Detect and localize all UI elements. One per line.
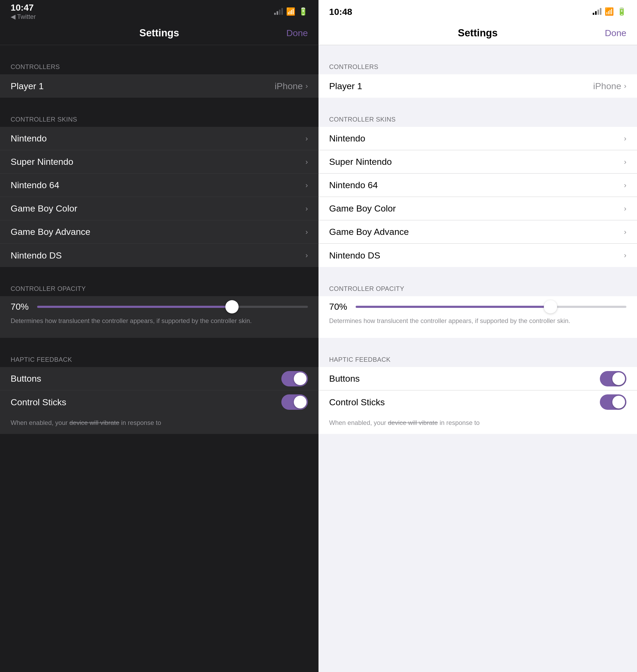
- n64-item-light[interactable]: Nintendo 64 ›: [318, 174, 637, 197]
- nds-chevron-light: ›: [624, 251, 626, 259]
- gbadvance-chevron-light: ›: [624, 228, 626, 236]
- slider-fill-light: [356, 306, 550, 308]
- sticks-label-dark: Control Sticks: [11, 397, 66, 407]
- player1-item-dark[interactable]: Player 1 iPhone ›: [0, 74, 318, 98]
- buttons-label-dark: Buttons: [11, 374, 41, 384]
- n64-chevron-dark: ›: [306, 181, 308, 189]
- status-left-light: 10:48: [329, 7, 352, 16]
- footer-text-strikethrough-light: device will vibrate: [388, 419, 438, 426]
- sticks-switch-dark[interactable]: [281, 394, 308, 410]
- status-time-light: 10:48: [329, 7, 352, 16]
- slider-row-dark: 70%: [11, 296, 308, 316]
- slider-row-light: 70%: [329, 296, 626, 316]
- sticks-toggle-dark[interactable]: Control Sticks: [0, 391, 318, 414]
- status-bar-light: 10:48 📶 🔋: [318, 0, 637, 21]
- status-right-dark: 📶 🔋: [274, 8, 308, 15]
- player1-label-dark: Player 1: [11, 81, 44, 91]
- nds-item-dark[interactable]: Nintendo DS ›: [0, 244, 318, 267]
- gbcolor-item-light[interactable]: Game Boy Color ›: [318, 197, 637, 220]
- slider-section-dark: 70% Determines how translucent the contr…: [0, 296, 318, 338]
- gbadvance-item-light[interactable]: Game Boy Advance ›: [318, 220, 637, 244]
- skins-spacer-light: [318, 98, 637, 107]
- buttons-switch-light[interactable]: [600, 371, 626, 386]
- opacity-header-light: CONTROLLER OPACITY: [318, 276, 637, 296]
- nintendo-chevron-light: ›: [624, 134, 626, 143]
- skins-group-light: Nintendo › Super Nintendo › Nintendo 64 …: [318, 127, 637, 267]
- slider-thumb-light[interactable]: [544, 300, 557, 313]
- haptic-spacer-dark: [0, 338, 318, 347]
- gbcolor-label-light: Game Boy Color: [329, 203, 396, 214]
- gbadvance-item-dark[interactable]: Game Boy Advance ›: [0, 220, 318, 244]
- signal-bar-3: [279, 10, 280, 15]
- nintendo-label-light: Nintendo: [329, 133, 365, 144]
- buttons-switch-dark[interactable]: [281, 371, 308, 386]
- skins-header-light: CONTROLLER SKINS: [318, 107, 637, 127]
- nav-done-light[interactable]: Done: [600, 28, 626, 38]
- controllers-spacer-light: [318, 45, 637, 55]
- buttons-toggle-dark[interactable]: Buttons: [0, 367, 318, 391]
- haptic-header-dark: HAPTIC FEEDBACK: [0, 347, 318, 367]
- nds-item-light[interactable]: Nintendo DS ›: [318, 244, 637, 267]
- player1-right-dark: iPhone ›: [275, 81, 308, 91]
- n64-item-dark[interactable]: Nintendo 64 ›: [0, 174, 318, 197]
- opacity-spacer-light: [318, 267, 637, 276]
- supernintendo-label-dark: Super Nintendo: [11, 157, 73, 167]
- status-left-dark: 10:47 ◀ Twitter: [11, 3, 36, 20]
- signal-bar-4: [281, 8, 283, 15]
- footer-text-end-dark: in response to: [120, 419, 161, 426]
- sticks-switch-light[interactable]: [600, 394, 626, 410]
- gbadvance-label-dark: Game Boy Advance: [11, 226, 91, 237]
- player1-label-light: Player 1: [329, 81, 362, 91]
- gbcolor-chevron-light: ›: [624, 204, 626, 213]
- supernintendo-item-light[interactable]: Super Nintendo ›: [318, 150, 637, 174]
- skins-spacer-dark: [0, 98, 318, 107]
- controllers-group-dark: Player 1 iPhone ›: [0, 74, 318, 98]
- haptic-group-dark: Buttons Control Sticks: [0, 367, 318, 414]
- sticks-knob-light: [612, 396, 625, 408]
- opacity-spacer-dark: [0, 267, 318, 276]
- nintendo-item-dark[interactable]: Nintendo ›: [0, 127, 318, 150]
- nav-title-light: Settings: [356, 28, 600, 39]
- status-back-dark[interactable]: ◀ Twitter: [11, 13, 36, 20]
- status-time-dark: 10:47: [11, 3, 36, 12]
- light-panel: 10:48 📶 🔋 Settings Done CONTROLLERS Play…: [318, 0, 637, 672]
- signal-bar-1: [274, 13, 276, 15]
- sticks-toggle-light[interactable]: Control Sticks: [318, 391, 637, 414]
- nav-bar-dark: Settings Done: [0, 21, 318, 45]
- buttons-toggle-light[interactable]: Buttons: [318, 367, 637, 391]
- signal-bar-l3: [598, 10, 599, 15]
- slider-track-light[interactable]: [356, 306, 626, 308]
- player1-value-dark: iPhone: [275, 81, 303, 91]
- slider-fill-dark: [37, 306, 232, 308]
- nintendo-label-dark: Nintendo: [11, 133, 47, 144]
- signal-bar-l1: [593, 13, 594, 15]
- player1-item-light[interactable]: Player 1 iPhone ›: [318, 74, 637, 98]
- player1-chevron-light: ›: [624, 82, 626, 90]
- supernintendo-item-dark[interactable]: Super Nintendo ›: [0, 150, 318, 174]
- n64-label-light: Nintendo 64: [329, 180, 378, 190]
- haptic-spacer-light: [318, 338, 637, 347]
- signal-bar-2: [276, 11, 278, 15]
- footer-text-end-light: in response to: [438, 419, 479, 426]
- controllers-header-light: CONTROLLERS: [318, 55, 637, 74]
- supernintendo-chevron-light: ›: [624, 158, 626, 166]
- supernintendo-label-light: Super Nintendo: [329, 157, 392, 167]
- nav-done-dark[interactable]: Done: [281, 28, 308, 38]
- content-light: CONTROLLERS Player 1 iPhone › CONTROLLER…: [318, 45, 637, 672]
- nintendo-item-light[interactable]: Nintendo ›: [318, 127, 637, 150]
- gbadvance-chevron-dark: ›: [306, 228, 308, 236]
- footer-text-dark: When enabled, your: [11, 419, 69, 426]
- slider-track-dark[interactable]: [37, 306, 308, 308]
- nav-bar-light: Settings Done: [318, 21, 637, 45]
- wifi-icon-dark: 📶: [286, 8, 295, 15]
- n64-label-dark: Nintendo 64: [11, 180, 59, 190]
- skins-group-dark: Nintendo › Super Nintendo › Nintendo 64 …: [0, 127, 318, 267]
- player1-value-light: iPhone: [593, 81, 621, 91]
- nds-label-light: Nintendo DS: [329, 250, 380, 261]
- nav-title-dark: Settings: [37, 28, 281, 39]
- battery-icon-light: 🔋: [617, 8, 626, 15]
- gbcolor-item-dark[interactable]: Game Boy Color ›: [0, 197, 318, 220]
- slider-thumb-dark[interactable]: [225, 300, 239, 313]
- signal-bar-l2: [595, 11, 597, 15]
- gbcolor-chevron-dark: ›: [306, 204, 308, 213]
